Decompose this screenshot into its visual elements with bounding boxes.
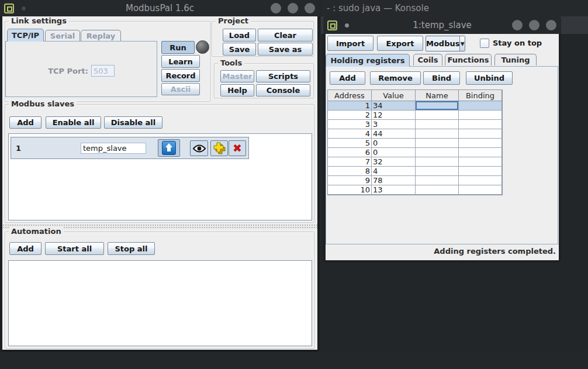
slave-delete-button[interactable]: ✖: [229, 140, 246, 156]
save-button[interactable]: Save: [223, 43, 256, 56]
tab-holding-registers[interactable]: Holding registers: [326, 54, 410, 67]
slave-view-button[interactable]: [190, 140, 208, 156]
register-row[interactable]: 134: [328, 101, 502, 111]
register-cell-bind[interactable]: [459, 120, 502, 129]
slave-minimize-button[interactable]: [512, 20, 523, 30]
export-button[interactable]: Export: [377, 36, 423, 51]
register-cell-addr[interactable]: 8: [328, 167, 372, 175]
register-cell-val[interactable]: 0: [372, 148, 416, 157]
slave-add-button[interactable]: Add: [9, 116, 41, 129]
close-button[interactable]: [305, 3, 315, 13]
protocol-combobox[interactable]: Modbus ▼: [426, 36, 465, 51]
register-cell-val[interactable]: 3: [372, 120, 416, 129]
learn-button[interactable]: Learn: [161, 55, 200, 68]
register-cell-addr[interactable]: 9: [328, 176, 372, 185]
register-cell-val[interactable]: 12: [372, 111, 416, 119]
register-row[interactable]: 60: [328, 148, 502, 157]
scripts-button[interactable]: Scripts: [256, 70, 310, 82]
register-cell-val[interactable]: 78: [372, 176, 416, 185]
slave-window-menu-icon[interactable]: [327, 20, 337, 30]
slave-name-input[interactable]: [81, 143, 146, 154]
master-button[interactable]: Master: [220, 70, 254, 82]
register-cell-val[interactable]: 32: [372, 157, 416, 166]
slave-maximize-button[interactable]: [529, 20, 539, 30]
register-cell-addr[interactable]: 5: [328, 139, 372, 147]
register-cell-bind[interactable]: [459, 157, 502, 166]
start-all-button[interactable]: Start all: [45, 242, 104, 255]
automation-add-button[interactable]: Add: [9, 242, 41, 255]
load-button[interactable]: Load: [223, 29, 256, 42]
register-cell-name[interactable]: [416, 157, 459, 166]
register-cell-bind[interactable]: [459, 185, 502, 194]
register-cell-name[interactable]: [416, 139, 459, 147]
register-cell-name[interactable]: [416, 176, 459, 185]
disable-all-button[interactable]: Disable all: [104, 116, 162, 129]
register-cell-bind[interactable]: [459, 139, 502, 147]
register-cell-bind[interactable]: [459, 101, 502, 110]
register-cell-val[interactable]: 4: [372, 167, 416, 175]
minimize-button[interactable]: [271, 3, 281, 13]
register-row[interactable]: 1013: [328, 185, 502, 195]
register-cell-addr[interactable]: 10: [328, 185, 372, 194]
record-button[interactable]: Record: [161, 69, 200, 82]
register-row[interactable]: 732: [328, 157, 502, 167]
register-cell-addr[interactable]: 6: [328, 148, 372, 157]
tab-serial[interactable]: Serial: [45, 30, 80, 42]
register-cell-bind[interactable]: [459, 148, 502, 157]
register-cell-name[interactable]: [416, 129, 459, 138]
column-header-value[interactable]: Value: [372, 90, 416, 101]
column-header-binding[interactable]: Binding: [459, 90, 502, 101]
register-cell-addr[interactable]: 7: [328, 157, 372, 166]
console-button[interactable]: Console: [256, 84, 310, 96]
register-cell-addr[interactable]: 1: [328, 101, 372, 110]
register-cell-addr[interactable]: 2: [328, 111, 372, 119]
register-row[interactable]: 33: [328, 120, 502, 129]
register-row[interactable]: 50: [328, 139, 502, 148]
tcp-port-input[interactable]: [91, 65, 115, 77]
slave-close-button[interactable]: [546, 20, 556, 30]
tab-replay[interactable]: Replay: [81, 30, 121, 42]
register-cell-addr[interactable]: 4: [328, 129, 372, 138]
register-cell-val[interactable]: 0: [372, 139, 416, 147]
chevron-down-icon[interactable]: ▼: [459, 36, 465, 51]
help-button[interactable]: Help: [220, 84, 254, 96]
register-cell-val[interactable]: 44: [372, 129, 416, 138]
register-cell-name[interactable]: [416, 185, 459, 194]
column-header-address[interactable]: Address: [328, 90, 372, 101]
register-cell-name[interactable]: [416, 148, 459, 157]
save-as-button[interactable]: Save as: [258, 43, 313, 56]
tab-coils[interactable]: Coils: [413, 54, 442, 65]
register-cell-val[interactable]: 13: [372, 185, 416, 194]
maximize-button[interactable]: [288, 3, 298, 13]
column-header-name[interactable]: Name: [416, 90, 459, 101]
register-row[interactable]: 84: [328, 167, 502, 176]
run-button[interactable]: Run: [161, 41, 195, 54]
register-cell-addr[interactable]: 3: [328, 120, 372, 129]
tab-tcpip[interactable]: TCP/IP: [7, 29, 44, 42]
clear-button[interactable]: Clear: [258, 29, 313, 42]
register-remove-button[interactable]: Remove: [370, 71, 421, 85]
slave-duplicate-button[interactable]: [210, 140, 228, 156]
register-cell-bind[interactable]: [459, 176, 502, 185]
stop-all-button[interactable]: Stop all: [108, 242, 155, 255]
register-cell-name[interactable]: [416, 120, 459, 129]
register-cell-val[interactable]: 34: [372, 101, 416, 110]
tab-functions[interactable]: Functions: [445, 54, 492, 65]
ascii-button[interactable]: Ascii: [161, 83, 200, 95]
tab-tuning[interactable]: Tuning: [494, 54, 537, 65]
register-cell-name[interactable]: [416, 111, 459, 119]
register-add-button[interactable]: Add: [330, 71, 365, 85]
window-menu-icon[interactable]: [4, 4, 14, 13]
register-row[interactable]: 978: [328, 176, 502, 185]
slave-enable-toggle-button[interactable]: [158, 139, 180, 157]
register-row[interactable]: 212: [328, 111, 502, 120]
import-button[interactable]: Import: [327, 36, 373, 51]
register-cell-bind[interactable]: [459, 111, 502, 119]
register-cell-bind[interactable]: [459, 167, 502, 175]
stay-on-top-checkbox[interactable]: [480, 39, 489, 48]
register-bind-button[interactable]: Bind: [423, 71, 460, 85]
register-cell-name[interactable]: [416, 167, 459, 175]
register-cell-bind[interactable]: [459, 129, 502, 138]
enable-all-button[interactable]: Enable all: [46, 116, 101, 129]
register-row[interactable]: 444: [328, 129, 502, 139]
